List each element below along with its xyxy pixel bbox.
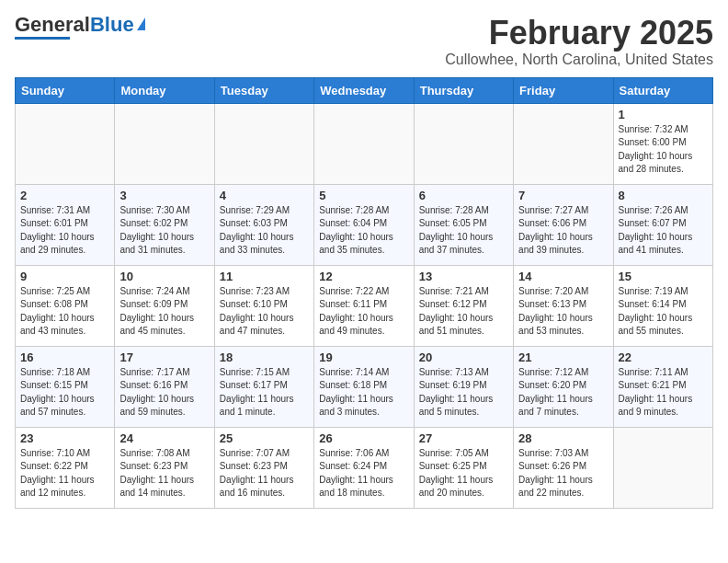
calendar-cell: 3Sunrise: 7:30 AM Sunset: 6:02 PM Daylig… [115,184,214,265]
calendar-cell [514,103,613,184]
day-number: 3 [119,189,209,202]
day-number: 13 [419,270,508,283]
day-info: Sunrise: 7:07 AM Sunset: 6:23 PM Dayligh… [220,447,309,500]
calendar-table: SundayMondayTuesdayWednesdayThursdayFrid… [15,77,713,509]
day-number: 4 [220,189,309,202]
day-info: Sunrise: 7:28 AM Sunset: 6:05 PM Dayligh… [419,204,508,258]
calendar-cell: 22Sunrise: 7:11 AM Sunset: 6:21 PM Dayli… [613,346,712,427]
day-info: Sunrise: 7:14 AM Sunset: 6:18 PM Dayligh… [319,366,408,419]
calendar-cell: 8Sunrise: 7:26 AM Sunset: 6:07 PM Daylig… [613,184,712,265]
day-info: Sunrise: 7:30 AM Sunset: 6:02 PM Dayligh… [119,204,209,258]
weekday-header-sunday: Sunday [16,77,115,103]
calendar-cell: 4Sunrise: 7:29 AM Sunset: 6:03 PM Daylig… [214,184,313,265]
weekday-header-row: SundayMondayTuesdayWednesdayThursdayFrid… [16,77,713,103]
day-info: Sunrise: 7:08 AM Sunset: 6:23 PM Dayligh… [119,447,209,500]
calendar-cell: 7Sunrise: 7:27 AM Sunset: 6:06 PM Daylig… [514,184,613,265]
day-info: Sunrise: 7:03 AM Sunset: 6:26 PM Dayligh… [518,447,608,500]
day-number: 11 [220,270,309,283]
calendar-cell [613,427,712,508]
calendar-cell: 9Sunrise: 7:25 AM Sunset: 6:08 PM Daylig… [16,265,115,346]
day-number: 20 [419,350,508,364]
weekday-header-thursday: Thursday [414,77,513,103]
page-header: GeneralBlue February 2025 Cullowhee, Nor… [15,15,713,68]
day-info: Sunrise: 7:24 AM Sunset: 6:09 PM Dayligh… [119,285,209,339]
day-number: 23 [20,431,109,445]
day-info: Sunrise: 7:11 AM Sunset: 6:21 PM Dayligh… [619,366,708,419]
calendar-cell [16,103,115,184]
day-info: Sunrise: 7:26 AM Sunset: 6:07 PM Dayligh… [619,204,708,258]
calendar-week-row: 2Sunrise: 7:31 AM Sunset: 6:01 PM Daylig… [16,184,713,265]
weekday-header-monday: Monday [115,77,214,103]
day-info: Sunrise: 7:28 AM Sunset: 6:04 PM Dayligh… [319,204,408,258]
calendar-cell: 28Sunrise: 7:03 AM Sunset: 6:26 PM Dayli… [514,427,613,508]
calendar-cell: 20Sunrise: 7:13 AM Sunset: 6:19 PM Dayli… [414,346,513,427]
day-info: Sunrise: 7:32 AM Sunset: 6:00 PM Dayligh… [619,123,708,177]
day-number: 9 [20,270,109,283]
calendar-cell: 19Sunrise: 7:14 AM Sunset: 6:18 PM Dayli… [314,346,414,427]
day-number: 21 [518,350,608,364]
day-info: Sunrise: 7:12 AM Sunset: 6:20 PM Dayligh… [518,366,608,419]
day-info: Sunrise: 7:21 AM Sunset: 6:12 PM Dayligh… [419,285,508,339]
day-info: Sunrise: 7:18 AM Sunset: 6:15 PM Dayligh… [20,366,109,419]
day-number: 28 [518,431,608,445]
calendar-week-row: 1Sunrise: 7:32 AM Sunset: 6:00 PM Daylig… [16,103,713,184]
calendar-cell: 11Sunrise: 7:23 AM Sunset: 6:10 PM Dayli… [214,265,313,346]
calendar-cell [314,103,414,184]
calendar-title: February 2025 [445,15,713,52]
calendar-cell: 12Sunrise: 7:22 AM Sunset: 6:11 PM Dayli… [314,265,414,346]
day-info: Sunrise: 7:20 AM Sunset: 6:13 PM Dayligh… [518,285,608,339]
day-number: 6 [419,189,508,202]
day-info: Sunrise: 7:15 AM Sunset: 6:17 PM Dayligh… [220,366,309,419]
calendar-week-row: 23Sunrise: 7:10 AM Sunset: 6:22 PM Dayli… [16,427,713,508]
weekday-header-friday: Friday [514,77,613,103]
calendar-week-row: 16Sunrise: 7:18 AM Sunset: 6:15 PM Dayli… [16,346,713,427]
calendar-cell [414,103,513,184]
day-number: 10 [119,270,209,283]
day-info: Sunrise: 7:23 AM Sunset: 6:10 PM Dayligh… [220,285,309,339]
title-block: February 2025 Cullowhee, North Carolina,… [445,15,713,68]
weekday-header-tuesday: Tuesday [214,77,313,103]
calendar-cell: 27Sunrise: 7:05 AM Sunset: 6:25 PM Dayli… [414,427,513,508]
calendar-cell: 13Sunrise: 7:21 AM Sunset: 6:12 PM Dayli… [414,265,513,346]
day-number: 7 [518,189,608,202]
day-number: 25 [220,431,309,445]
calendar-cell: 15Sunrise: 7:19 AM Sunset: 6:14 PM Dayli… [613,265,712,346]
calendar-cell: 1Sunrise: 7:32 AM Sunset: 6:00 PM Daylig… [613,103,712,184]
calendar-cell: 25Sunrise: 7:07 AM Sunset: 6:23 PM Dayli… [214,427,313,508]
calendar-cell: 2Sunrise: 7:31 AM Sunset: 6:01 PM Daylig… [16,184,115,265]
day-number: 22 [619,350,708,364]
day-info: Sunrise: 7:10 AM Sunset: 6:22 PM Dayligh… [20,447,109,500]
calendar-cell [115,103,214,184]
calendar-cell: 16Sunrise: 7:18 AM Sunset: 6:15 PM Dayli… [16,346,115,427]
day-number: 14 [518,270,608,283]
day-number: 18 [220,350,309,364]
calendar-cell: 24Sunrise: 7:08 AM Sunset: 6:23 PM Dayli… [115,427,214,508]
day-number: 15 [619,270,708,283]
day-info: Sunrise: 7:22 AM Sunset: 6:11 PM Dayligh… [319,285,408,339]
day-info: Sunrise: 7:19 AM Sunset: 6:14 PM Dayligh… [619,285,708,339]
day-number: 27 [419,431,508,445]
day-info: Sunrise: 7:31 AM Sunset: 6:01 PM Dayligh… [20,204,109,258]
day-info: Sunrise: 7:06 AM Sunset: 6:24 PM Dayligh… [319,447,408,500]
day-info: Sunrise: 7:25 AM Sunset: 6:08 PM Dayligh… [20,285,109,339]
day-info: Sunrise: 7:13 AM Sunset: 6:19 PM Dayligh… [419,366,508,419]
day-info: Sunrise: 7:17 AM Sunset: 6:16 PM Dayligh… [119,366,209,419]
weekday-header-wednesday: Wednesday [314,77,414,103]
day-info: Sunrise: 7:05 AM Sunset: 6:25 PM Dayligh… [419,447,508,500]
weekday-header-saturday: Saturday [613,77,712,103]
day-number: 24 [119,431,209,445]
calendar-cell: 14Sunrise: 7:20 AM Sunset: 6:13 PM Dayli… [514,265,613,346]
day-info: Sunrise: 7:27 AM Sunset: 6:06 PM Dayligh… [518,204,608,258]
logo: GeneralBlue [15,15,145,40]
calendar-cell: 5Sunrise: 7:28 AM Sunset: 6:04 PM Daylig… [314,184,414,265]
calendar-subtitle: Cullowhee, North Carolina, United States [445,52,713,68]
calendar-cell: 6Sunrise: 7:28 AM Sunset: 6:05 PM Daylig… [414,184,513,265]
day-number: 17 [119,350,209,364]
day-number: 12 [319,270,408,283]
day-number: 26 [319,431,408,445]
day-number: 2 [20,189,109,202]
day-number: 19 [319,350,408,364]
calendar-cell: 23Sunrise: 7:10 AM Sunset: 6:22 PM Dayli… [16,427,115,508]
calendar-cell: 18Sunrise: 7:15 AM Sunset: 6:17 PM Dayli… [214,346,313,427]
calendar-cell: 26Sunrise: 7:06 AM Sunset: 6:24 PM Dayli… [314,427,414,508]
